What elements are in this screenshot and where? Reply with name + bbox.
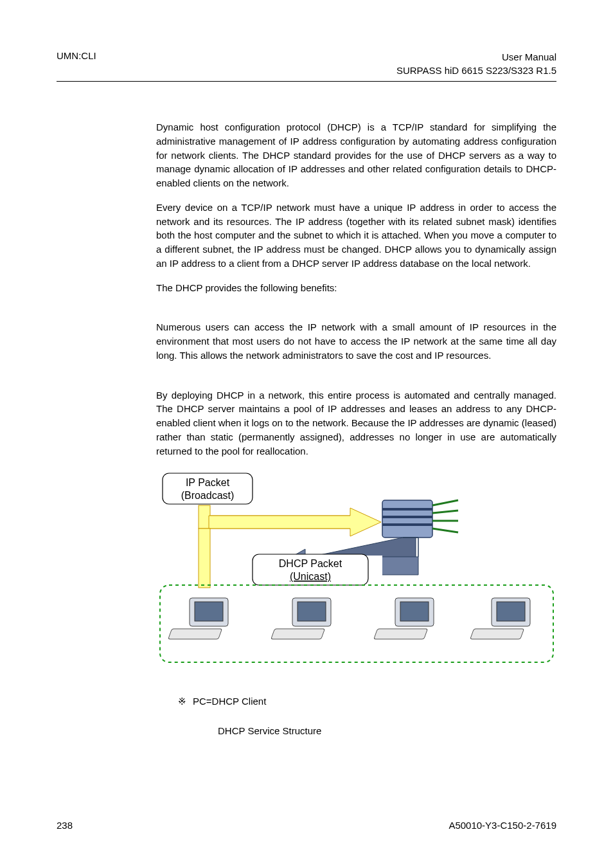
svg-rect-8 <box>382 523 432 526</box>
figure-legend-text: PC=DHCP Client <box>193 694 266 709</box>
reference-mark-icon: ※ <box>178 694 186 709</box>
header-right-line1: User Manual <box>396 50 556 64</box>
header-left: UMN:CLI <box>57 50 96 77</box>
svg-rect-25 <box>373 629 427 639</box>
dhcp-packet-label-line2: (Unicast) <box>289 571 330 582</box>
svg-rect-27 <box>497 602 525 621</box>
svg-rect-3 <box>199 505 210 529</box>
paragraph-benefits-lead: The DHCP provides the following benefits… <box>156 281 556 295</box>
broadcast-arrow-stem <box>199 529 210 588</box>
svg-rect-24 <box>400 602 429 621</box>
page-number: 238 <box>57 820 73 831</box>
svg-rect-21 <box>298 602 326 621</box>
body-content: Dynamic host configuration protocol (DHC… <box>156 120 556 738</box>
svg-rect-18 <box>195 602 223 621</box>
svg-rect-6 <box>382 508 432 511</box>
figure-legend: ※ PC=DHCP Client <box>178 694 556 709</box>
dhcp-packet-label-box: DHCP Packet (Unicast) <box>253 554 368 585</box>
header-right: User Manual SURPASS hiD 6615 S223/S323 R… <box>396 50 556 77</box>
document-id: A50010-Y3-C150-2-7619 <box>449 820 556 831</box>
paragraph-benefit-1: Numerous users can access the IP network… <box>156 320 556 362</box>
svg-rect-22 <box>271 629 324 639</box>
ip-packet-label-line1: IP Packet <box>185 477 229 488</box>
page-header: UMN:CLI User Manual SURPASS hiD 6615 S22… <box>57 50 556 77</box>
svg-rect-5 <box>382 500 432 538</box>
paragraph-benefit-2: By deploying DHCP in a network, this ent… <box>156 388 556 458</box>
dhcp-packet-label-line1: DHCP Packet <box>278 558 342 569</box>
ip-packet-label-box: IP Packet (Broadcast) <box>163 473 253 504</box>
header-rule <box>57 81 556 82</box>
paragraph-intro-1: Dynamic host configuration protocol (DHC… <box>156 120 556 190</box>
page-footer: 238 A50010-Y3-C150-2-7619 <box>57 820 556 831</box>
svg-rect-28 <box>470 629 524 639</box>
ip-packet-label-line2: (Broadcast) <box>181 490 234 501</box>
header-right-line2: SURPASS hiD 6615 S223/S323 R1.5 <box>396 64 556 77</box>
svg-rect-7 <box>382 516 432 518</box>
dhcp-diagram: IP Packet (Broadcast) <box>157 469 556 688</box>
svg-rect-19 <box>168 629 222 639</box>
figure-caption: DHCP Service Structure <box>218 724 556 738</box>
paragraph-intro-2: Every device on a TCP/IP network must ha… <box>156 201 556 271</box>
